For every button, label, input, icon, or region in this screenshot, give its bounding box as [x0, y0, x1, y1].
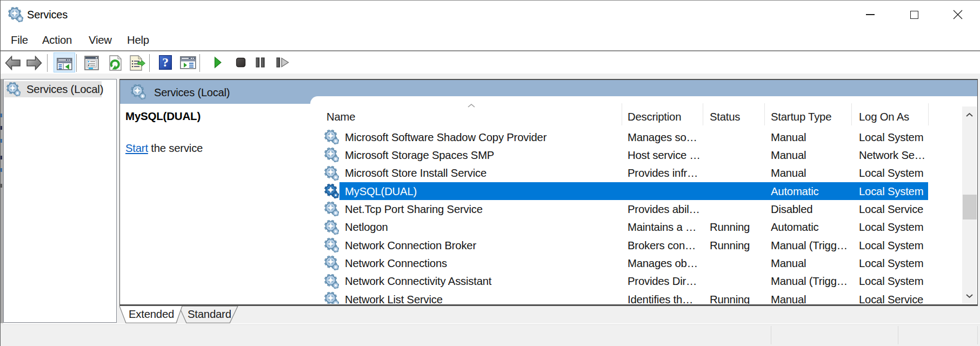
svg-text:?: ? — [162, 55, 169, 69]
